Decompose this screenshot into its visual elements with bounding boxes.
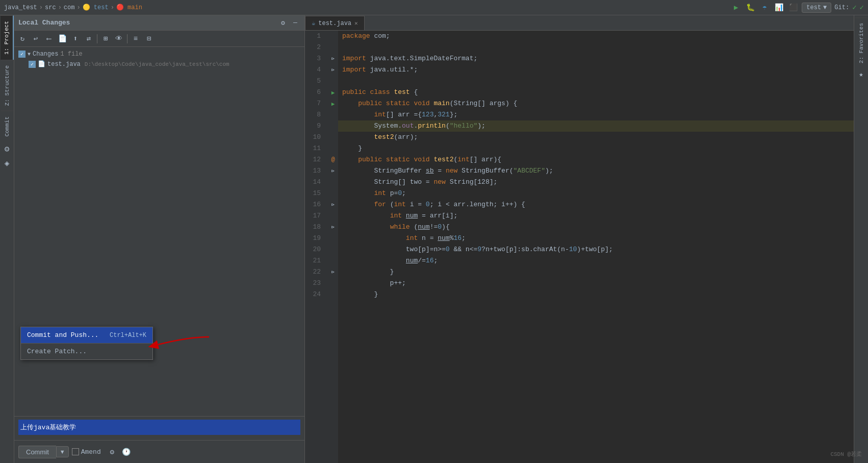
move-btn[interactable]: ⟵ bbox=[43, 33, 55, 45]
tab-structure[interactable]: Z: Structure bbox=[1, 60, 13, 111]
code-line-19: int n = num%16; bbox=[338, 233, 854, 244]
code-line-6: public class test { bbox=[338, 87, 854, 98]
code-line-11: } bbox=[338, 143, 854, 154]
red-arrow-indicator bbox=[143, 334, 219, 350]
code-line-18: while (num!=0){ bbox=[338, 222, 854, 233]
palette-icon[interactable]: ◈ bbox=[0, 156, 14, 170]
git-check2[interactable]: ✓ bbox=[860, 3, 864, 12]
run-config-selector[interactable]: test ▼ bbox=[802, 3, 831, 13]
code-line-7: public static void main(String[] args) { bbox=[338, 98, 854, 109]
code-line-12: public static void test2(int[] arr){ bbox=[338, 154, 854, 165]
breadcrumb: java_test › src › com › 🟡 test › 🔴 main bbox=[4, 4, 142, 11]
amend-label: Amend bbox=[81, 448, 101, 456]
code-line-8: int[] arr ={123,321}; bbox=[338, 109, 854, 120]
compare-btn[interactable]: ⇄ bbox=[83, 33, 95, 45]
code-container[interactable]: 1 2 3 4 5 6 7 8 9 10 11 12 13 14 15 16 1 bbox=[305, 31, 854, 463]
sort-btn[interactable]: ≡ bbox=[130, 33, 142, 45]
eye-btn[interactable]: 👁 bbox=[113, 33, 125, 45]
tab-file-icon: ☕ bbox=[312, 19, 315, 27]
settings-icon[interactable]: ⚙ bbox=[0, 142, 14, 156]
panel-area: Local Changes ⚙ — ↻ ↩ ⟵ 📄 ⬆ ⇄ ⊞ 👁 ≡ ⊟ bbox=[14, 15, 868, 463]
undo-btn[interactable]: ↩ bbox=[30, 33, 42, 45]
code-line-4: import java.util.*; bbox=[338, 64, 854, 76]
line-numbers: 1 2 3 4 5 6 7 8 9 10 11 12 13 14 15 16 1 bbox=[305, 31, 328, 463]
expand-btn[interactable]: ⊞ bbox=[99, 33, 112, 45]
tab-close-btn[interactable]: ✕ bbox=[354, 20, 358, 27]
main-layout: 1: Project Z: Structure Commit ⚙ ◈ Local… bbox=[0, 15, 868, 463]
clock-btn[interactable]: 🕐 bbox=[120, 446, 133, 458]
right-strip: 2: Favorites ★ bbox=[854, 15, 868, 463]
tab-favorites[interactable]: 2: Favorites bbox=[855, 17, 867, 68]
code-line-5 bbox=[338, 76, 854, 87]
settings-bottom-btn[interactable]: ⚙ bbox=[106, 446, 118, 458]
code-line-13: StringBuffer sb = new StringBuffer("ABCD… bbox=[338, 165, 854, 177]
top-right-actions: ▶ 🐛 ☂ 📊 ⬛ test ▼ Git: ✓ ✓ bbox=[730, 2, 864, 13]
panel-actions: ⚙ — bbox=[278, 18, 300, 28]
settings-panel-btn[interactable]: ⚙ bbox=[278, 18, 288, 28]
tab-commit[interactable]: Commit bbox=[1, 111, 13, 142]
code-lines: package com; import java.text.SimpleDate… bbox=[338, 31, 854, 463]
tab-name: test.java bbox=[318, 20, 351, 27]
filter-btn[interactable]: ⊟ bbox=[143, 33, 155, 45]
editor-area: ☕ test.java ✕ 1 2 3 4 5 6 7 8 9 bbox=[305, 15, 854, 463]
toolbar-sep2 bbox=[127, 34, 127, 43]
add-btn[interactable]: 📄 bbox=[56, 33, 68, 45]
file-count: 1 file bbox=[60, 51, 82, 58]
left-panel: Local Changes ⚙ — ↻ ↩ ⟵ 📄 ⬆ ⇄ ⊞ 👁 ≡ ⊟ bbox=[14, 15, 305, 463]
editor-tab-test[interactable]: ☕ test.java ✕ bbox=[305, 16, 365, 30]
dropdown-item-create-patch[interactable]: Create Patch... bbox=[21, 344, 152, 359]
run-config-arrow: ▼ bbox=[823, 4, 827, 11]
top-bar: java_test › src › com › 🟡 test › 🔴 main … bbox=[0, 0, 868, 15]
code-line-14: String[] two = new String[128]; bbox=[338, 177, 854, 188]
run-button[interactable]: ▶ bbox=[730, 2, 742, 13]
commit-message-text[interactable]: 上传java基础教学 bbox=[18, 420, 300, 435]
star-icon[interactable]: ★ bbox=[856, 68, 867, 80]
commit-area: 上传java基础教学 bbox=[14, 416, 304, 440]
file-checkbox[interactable]: ✓ bbox=[29, 61, 36, 68]
panel-header: Local Changes ⚙ — bbox=[14, 15, 304, 31]
upload-btn[interactable]: ⬆ bbox=[69, 33, 82, 45]
code-line-17: int num = arr[i]; bbox=[338, 210, 854, 222]
group-checkbox[interactable]: ✓ bbox=[18, 51, 25, 58]
code-line-1: package com; bbox=[338, 31, 854, 42]
code-line-9: System.out.println("hello"); bbox=[338, 120, 854, 132]
file-tree: ✓ ▼ Changes 1 file ✓ 📄 test.java D:\desk… bbox=[14, 47, 304, 416]
file-path: D:\desktop\Code\java_code\java_test\src\… bbox=[85, 61, 229, 67]
code-line-24: } bbox=[338, 289, 854, 300]
commit-button[interactable]: Commit bbox=[18, 446, 56, 458]
git-check1[interactable]: ✓ bbox=[852, 3, 856, 12]
refresh-btn[interactable]: ↻ bbox=[16, 33, 29, 45]
amend-checkbox[interactable] bbox=[72, 448, 79, 455]
toolbar: ↻ ↩ ⟵ 📄 ⬆ ⇄ ⊞ 👁 ≡ ⊟ bbox=[14, 31, 304, 47]
code-line-16: for (int i = 0; i < arr.length; i++) { bbox=[338, 199, 854, 210]
file-item-test[interactable]: ✓ 📄 test.java D:\desktop\Code\java_code\… bbox=[14, 59, 304, 69]
breadcrumb-com[interactable]: com bbox=[64, 4, 75, 11]
toolbar-sep1 bbox=[97, 34, 97, 43]
code-line-20: two[p]=n>=0 && n<=9?n+two[p]:sb.charAt(n… bbox=[338, 244, 854, 255]
coverage-button[interactable]: ☂ bbox=[759, 2, 770, 13]
minimize-panel-btn[interactable]: — bbox=[290, 18, 300, 28]
breadcrumb-java-test[interactable]: java_test bbox=[4, 4, 37, 11]
breadcrumb-main[interactable]: 🔴 main bbox=[116, 4, 142, 11]
commit-dropdown-arrow[interactable]: ▼ bbox=[56, 446, 69, 457]
breadcrumb-src[interactable]: src bbox=[45, 4, 56, 11]
bottom-icons: ⚙ 🕐 bbox=[106, 446, 133, 458]
breadcrumb-test[interactable]: 🟡 test bbox=[83, 4, 109, 11]
file-name: test.java bbox=[47, 61, 81, 68]
dropdown-commit-push-shortcut: Ctrl+Alt+K bbox=[110, 332, 146, 339]
changes-group[interactable]: ✓ ▼ Changes 1 file bbox=[14, 49, 304, 59]
tab-project[interactable]: 1: Project bbox=[1, 15, 14, 60]
dropdown-item-commit-push[interactable]: Commit and Push... Ctrl+Alt+K bbox=[21, 327, 152, 344]
debug-button[interactable]: 🐛 bbox=[745, 2, 756, 13]
changes-label: Changes bbox=[33, 51, 58, 58]
profile-button[interactable]: 📊 bbox=[773, 2, 784, 13]
code-line-2 bbox=[338, 42, 854, 53]
code-line-3: import java.text.SimpleDateFormat; bbox=[338, 53, 854, 64]
commit-btn-group: Commit ▼ bbox=[18, 446, 69, 458]
stop-button[interactable]: ⬛ bbox=[787, 2, 799, 13]
git-label: Git: bbox=[834, 4, 849, 11]
commit-dropdown-popup: Commit and Push... Ctrl+Alt+K Create Pat… bbox=[20, 327, 153, 360]
amend-check: Amend bbox=[72, 448, 101, 456]
code-line-21: num/=16; bbox=[338, 255, 854, 266]
group-arrow: ▼ bbox=[28, 52, 31, 57]
